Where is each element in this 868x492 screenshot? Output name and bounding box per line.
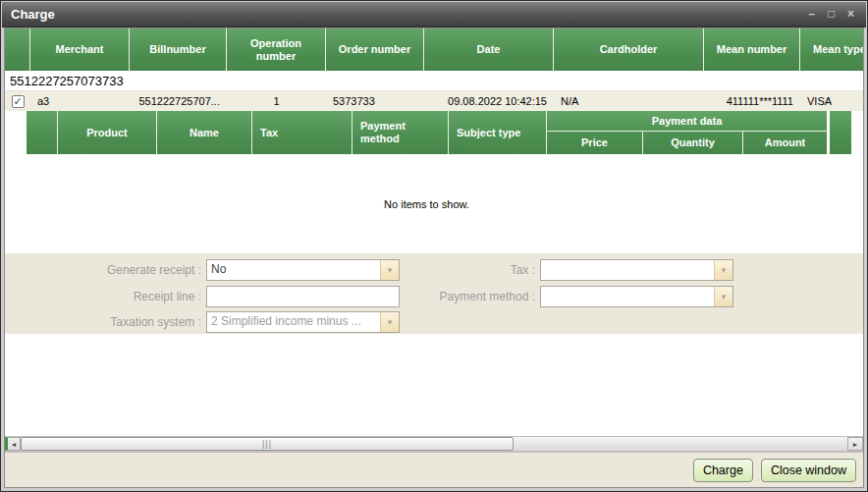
cell-merchant: a3 <box>30 91 130 111</box>
items-column-header-payment-method[interactable]: Payment method <box>353 111 449 154</box>
cell-mean-type: VISA <box>800 91 863 111</box>
cell-billnumber: 551222725707... <box>130 91 227 111</box>
payment-method-select[interactable]: ▾ <box>540 286 733 307</box>
items-table: Product Name Tax Payment method Subject … <box>27 111 863 253</box>
receipt-line-label: Receipt line : <box>5 290 206 303</box>
cell-operation-number: 1 <box>227 91 326 111</box>
taxation-system-value: 2 Simplified income minus ... <box>207 312 380 332</box>
column-header-select <box>5 28 30 71</box>
column-header-merchant[interactable]: Merchant <box>30 28 130 71</box>
window-title: Charge <box>11 7 805 22</box>
titlebar[interactable]: Charge – □ × <box>2 2 866 27</box>
items-column-header-select <box>27 111 58 154</box>
items-header-row: Product Name Tax Payment method Subject … <box>27 111 863 154</box>
row-checkbox-cell: ✓ <box>5 91 30 111</box>
chevron-down-icon[interactable]: ▾ <box>714 260 732 280</box>
cell-cardholder: N/A <box>554 91 704 111</box>
column-header-mean-number[interactable]: Mean number <box>704 28 800 71</box>
tax-value <box>541 260 714 280</box>
items-column-header-product[interactable]: Product <box>58 111 157 154</box>
scrollbar-thumb[interactable]: ||| <box>21 437 514 451</box>
empty-message: No items to show. <box>384 198 469 210</box>
minimize-icon[interactable]: – <box>805 8 818 21</box>
items-header-extra-column <box>830 111 851 154</box>
column-header-date[interactable]: Date <box>424 28 554 71</box>
taxation-system-select[interactable]: 2 Simplified income minus ... ▾ <box>206 311 400 333</box>
payment-data-group-header: Payment data Price Quantity Amount <box>547 111 827 154</box>
charge-button[interactable]: Charge <box>693 459 753 482</box>
charge-window: Charge – □ × Merchant Billnumber Operati… <box>0 0 868 492</box>
column-header-operation-number[interactable]: Operation number <box>227 28 326 71</box>
column-header-mean-type[interactable]: Mean type <box>800 28 863 71</box>
chevron-down-icon[interactable]: ▾ <box>714 287 732 306</box>
cell-order-number: 5373733 <box>326 91 424 111</box>
column-header-order-number[interactable]: Order number <box>326 28 424 71</box>
footer-bar: Charge Close window <box>5 452 863 487</box>
group-row: 5512227257073733 <box>5 71 863 91</box>
column-header-billnumber[interactable]: Billnumber <box>130 28 227 71</box>
close-window-button[interactable]: Close window <box>761 459 856 482</box>
scroll-grip-icon: ||| <box>262 440 272 449</box>
window-body: Merchant Billnumber Operation number Ord… <box>4 27 864 488</box>
table-row[interactable]: ✓ a3 551222725707... 1 5373733 09.08.202… <box>5 91 863 111</box>
payment-method-value <box>541 287 714 306</box>
maximize-icon[interactable]: □ <box>825 8 838 21</box>
cell-date: 09.08.2022 10:42:15 <box>424 91 554 111</box>
close-icon[interactable]: × <box>844 8 857 21</box>
transactions-header-row: Merchant Billnumber Operation number Ord… <box>5 28 863 71</box>
scroll-right-icon: ► <box>852 441 859 448</box>
generate-receipt-label: Generate receipt : <box>5 263 206 277</box>
items-column-header-quantity[interactable]: Quantity <box>643 132 743 154</box>
items-column-header-amount[interactable]: Amount <box>743 132 827 154</box>
cell-mean-number: 411111***1111 <box>704 91 800 111</box>
items-column-header-name[interactable]: Name <box>157 111 252 154</box>
items-column-header-price[interactable]: Price <box>547 132 643 154</box>
taxation-system-label: Taxation system : <box>5 315 206 329</box>
scroll-left-icon: ◄ <box>11 441 18 448</box>
payment-method-label: Payment method : <box>339 290 540 303</box>
chevron-down-icon[interactable]: ▾ <box>380 312 399 332</box>
tax-label: Tax : <box>339 263 540 277</box>
tax-select[interactable]: ▾ <box>540 259 733 281</box>
row-checkbox[interactable]: ✓ <box>12 95 25 108</box>
window-controls: – □ × <box>805 8 857 21</box>
content-empty-area <box>5 334 863 436</box>
scroll-left-button[interactable]: ◄ <box>5 437 21 451</box>
column-header-cardholder[interactable]: Cardholder <box>554 28 704 71</box>
payment-data-group-label: Payment data <box>547 111 827 132</box>
horizontal-scrollbar[interactable]: ◄ ||| ► <box>5 436 863 452</box>
items-column-header-tax[interactable]: Tax <box>252 111 353 154</box>
scroll-right-button[interactable]: ► <box>847 437 863 451</box>
items-empty-area: No items to show. <box>27 154 827 253</box>
items-column-header-subject-type[interactable]: Subject type <box>449 111 547 154</box>
receipt-form: Generate receipt : No ▾ Receipt line : T… <box>5 253 863 334</box>
